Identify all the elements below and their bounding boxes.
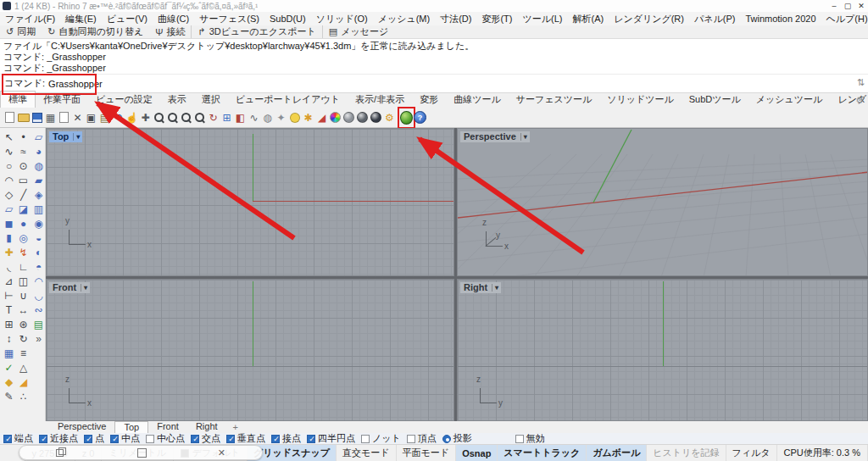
menu-item[interactable]: Twinmotion 2020 bbox=[740, 14, 821, 24]
overlay-maximize-icon[interactable] bbox=[124, 446, 158, 459]
export-3d-view-button[interactable]: ↱ 3Dビューのエクスポート bbox=[191, 25, 321, 38]
pipe-icon[interactable]: ◠ bbox=[31, 274, 46, 288]
checkbox-icon[interactable] bbox=[307, 435, 315, 443]
join-tool-icon[interactable]: ∪ bbox=[16, 288, 31, 303]
sweep2-icon[interactable]: ◐ bbox=[31, 245, 46, 259]
toolbar-tab[interactable]: ビューの設定 bbox=[88, 92, 160, 108]
rotate-tool-icon[interactable]: ↻ bbox=[16, 331, 31, 346]
properties-icon[interactable] bbox=[58, 109, 70, 126]
check-tool-icon[interactable]: ✓ bbox=[2, 360, 16, 375]
checkbox-icon[interactable] bbox=[442, 435, 451, 443]
menu-item[interactable]: ソリッド(O) bbox=[311, 13, 373, 25]
menu-item[interactable]: サーフェス(S) bbox=[194, 13, 264, 25]
menu-item[interactable]: 編集(E) bbox=[60, 13, 102, 25]
osnap-checkbox[interactable]: 中点 bbox=[110, 432, 140, 445]
cylinder-tool-icon[interactable]: ▮ bbox=[2, 230, 16, 245]
statusbar-toggle[interactable]: フィルタ bbox=[726, 445, 777, 461]
checkbox-icon[interactable] bbox=[146, 435, 154, 443]
extend-tool-icon[interactable]: ⊢ bbox=[2, 288, 16, 303]
osnap-checkbox[interactable]: 垂直点 bbox=[226, 432, 265, 445]
wireframe-display-icon[interactable] bbox=[342, 109, 355, 126]
osnap-checkbox[interactable]: 無効 bbox=[515, 432, 545, 445]
viewport-tab[interactable]: Right bbox=[187, 421, 226, 433]
chamfer-tool-icon[interactable]: ∟ bbox=[16, 259, 31, 274]
zoom-extents-icon[interactable] bbox=[193, 109, 206, 126]
polar-array-tool-icon[interactable]: ⊛ bbox=[16, 317, 31, 331]
checkbox-icon[interactable] bbox=[110, 435, 119, 443]
toolbar-tab[interactable]: 表示 bbox=[160, 92, 194, 108]
zoom-dynamic-icon[interactable] bbox=[153, 109, 165, 126]
viewport-menu-arrow-icon[interactable]: ▾ bbox=[73, 133, 80, 141]
toolbar-tab[interactable]: 曲線ツール bbox=[446, 92, 509, 108]
move-icon[interactable]: ✚ bbox=[139, 109, 152, 126]
viewport-menu-arrow-icon[interactable]: ▾ bbox=[492, 284, 498, 292]
minimize-button[interactable]: – bbox=[827, 1, 841, 12]
more-tools-icon[interactable]: » bbox=[31, 331, 46, 346]
viewport-menu-arrow-icon[interactable]: ▾ bbox=[81, 284, 87, 292]
annotate-tool-icon[interactable]: ✎ bbox=[2, 389, 16, 403]
grid-tool-icon[interactable]: ▦ bbox=[2, 346, 16, 360]
maximize-button[interactable]: ▢ bbox=[841, 1, 854, 12]
srf-3pt-icon[interactable]: ▱ bbox=[31, 130, 46, 144]
viewport-front-label[interactable]: Front ▾ bbox=[49, 282, 90, 293]
viewport-right[interactable]: Right ▾ z y bbox=[457, 279, 868, 421]
statusbar-toggle[interactable]: Osnap bbox=[456, 445, 498, 461]
rotate-view-icon[interactable]: ↻ bbox=[207, 109, 220, 126]
torus-tool-icon[interactable]: ◎ bbox=[16, 230, 31, 245]
named-view-icon[interactable]: ∿ bbox=[248, 109, 260, 126]
menu-item[interactable]: パネル(P) bbox=[689, 13, 740, 25]
toolbar-tab[interactable]: 変形 bbox=[412, 92, 446, 108]
rectangle-tool-icon[interactable]: ▭ bbox=[16, 173, 31, 187]
box-tool-icon[interactable]: ◼ bbox=[2, 216, 16, 230]
menu-item[interactable]: ビュー(V) bbox=[102, 13, 153, 25]
sweep1-icon[interactable]: ◒ bbox=[31, 230, 46, 245]
message-button[interactable]: ▤ メッセージ bbox=[322, 25, 394, 38]
viewport-top[interactable]: Top ▾ y x bbox=[46, 128, 454, 276]
open-file-icon[interactable] bbox=[17, 109, 30, 126]
statusbar-toggle[interactable]: ヒストリを記録 bbox=[647, 445, 726, 461]
viewport-layout-icon[interactable]: ⊞ bbox=[220, 109, 233, 126]
checkbox-icon[interactable] bbox=[407, 435, 415, 443]
array-tool-icon[interactable]: ⊞ bbox=[2, 317, 16, 331]
undo-icon[interactable]: ↶ bbox=[112, 109, 125, 126]
checkbox-icon[interactable] bbox=[515, 435, 524, 443]
menu-item[interactable]: 解析(A) bbox=[567, 13, 609, 25]
menu-item[interactable]: レンダリング(R) bbox=[609, 13, 689, 25]
text-tool-icon[interactable]: T bbox=[2, 303, 16, 317]
viewport-top-label[interactable]: Top ▾ bbox=[49, 131, 82, 142]
wedge-tool-icon[interactable]: ◢ bbox=[16, 375, 31, 389]
circle-tool-icon[interactable]: ○ bbox=[2, 158, 16, 173]
hide-objects-icon[interactable]: ◍ bbox=[261, 109, 274, 126]
statusbar-toggle[interactable]: 平面モード bbox=[397, 445, 457, 461]
display-monitor-icon[interactable]: ▤ bbox=[31, 317, 46, 331]
select-tool-icon[interactable]: ↖ bbox=[2, 130, 16, 144]
new-file-icon[interactable] bbox=[3, 109, 16, 126]
close-button[interactable]: ✕ bbox=[854, 1, 868, 12]
boolean-flash-tool-icon[interactable]: ↯ bbox=[16, 245, 31, 259]
toolbar-tab[interactable]: メッシュツール bbox=[748, 92, 831, 108]
toolbar-tab[interactable]: 選択 bbox=[194, 92, 228, 108]
arc-tool-icon[interactable]: ◠ bbox=[2, 173, 16, 187]
menu-item[interactable]: 寸法(D) bbox=[435, 13, 476, 25]
viewport-tab[interactable]: Perspective bbox=[49, 421, 114, 433]
split-tool-icon[interactable]: ◫ bbox=[16, 274, 31, 288]
set-view-icon[interactable]: ◧ bbox=[234, 109, 247, 126]
toolbar-tab[interactable]: サーフェスツール bbox=[509, 92, 600, 108]
fillet-tool-icon[interactable]: ◟ bbox=[2, 259, 16, 274]
viewport-tab[interactable]: Front bbox=[148, 421, 187, 433]
toolbar-tab[interactable]: 表示/非表示 bbox=[348, 92, 412, 108]
osnap-checkbox[interactable]: 交点 bbox=[191, 432, 220, 445]
tools-gear-icon[interactable]: ⚙ bbox=[383, 109, 396, 126]
dimension-tool-icon[interactable]: ↔ bbox=[16, 303, 31, 317]
help-icon[interactable] bbox=[414, 109, 426, 126]
boolean-union-tool-icon[interactable]: ✚ bbox=[2, 245, 16, 259]
checkbox-icon[interactable] bbox=[361, 435, 370, 443]
viewport-right-label[interactable]: Right ▾ bbox=[460, 282, 501, 293]
boolean-gold-tool-icon[interactable]: ◆ bbox=[2, 375, 16, 389]
viewport-perspective-label[interactable]: Perspective ▾ bbox=[460, 131, 530, 142]
menu-item[interactable]: ファイル(F) bbox=[0, 13, 60, 25]
osnap-checkbox[interactable]: 点 bbox=[84, 432, 104, 445]
viewport-menu-arrow-icon[interactable]: ▾ bbox=[520, 133, 527, 141]
command-scroll-icon[interactable]: ⇅ bbox=[857, 77, 865, 88]
revolve-icon[interactable]: ◉ bbox=[31, 216, 46, 230]
